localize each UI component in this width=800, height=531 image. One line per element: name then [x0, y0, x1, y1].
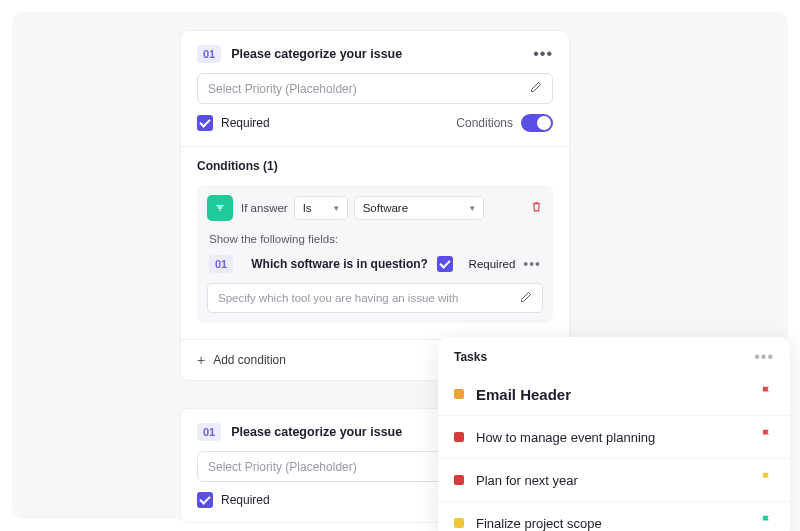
status-dot [454, 389, 464, 399]
status-dot [454, 432, 464, 442]
form-field-card: 01 Please categorize your issue ••• Sele… [180, 30, 570, 381]
status-dot [454, 475, 464, 485]
sub-field-input[interactable]: Specify which tool you are having an iss… [207, 283, 543, 313]
conditions-toggle[interactable] [521, 114, 553, 132]
more-icon[interactable]: ••• [754, 349, 774, 365]
required-row: Required Conditions [181, 114, 569, 146]
tasks-panel: Tasks ••• Email HeaderHow to manage even… [438, 337, 790, 531]
task-row[interactable]: Plan for next year [438, 458, 790, 501]
condition-rule: If answer Is ▾ Software ▾ [207, 195, 543, 221]
tasks-list: Email HeaderHow to manage event planning… [438, 373, 790, 531]
sub-field-placeholder: Specify which tool you are having an iss… [218, 292, 458, 304]
conditions-title: Conditions (1) [197, 159, 553, 173]
edit-icon[interactable] [520, 291, 532, 305]
task-row[interactable]: Email Header [438, 373, 790, 415]
chevron-down-icon: ▾ [470, 203, 475, 213]
add-condition-label: Add condition [213, 353, 286, 367]
if-answer-label: If answer [241, 202, 288, 214]
sub-required-label: Required [469, 258, 516, 270]
operator-value: Is [303, 202, 312, 214]
sub-field-title: Which software is in question? [251, 257, 428, 271]
task-row[interactable]: Finalize project scope [438, 501, 790, 531]
plus-icon: + [197, 352, 205, 368]
task-label: Email Header [476, 386, 760, 403]
required-label: Required [221, 493, 270, 507]
condition-block: If answer Is ▾ Software ▾ Show the follo… [197, 185, 553, 323]
priority-select[interactable]: Select Priority (Placeholder) [197, 73, 553, 104]
field-number-badge: 01 [197, 423, 221, 441]
value-text: Software [363, 202, 408, 214]
delete-icon[interactable] [530, 200, 543, 216]
flag-icon[interactable] [760, 471, 774, 489]
required-checkbox[interactable] [197, 492, 213, 508]
value-select[interactable]: Software ▾ [354, 196, 484, 220]
status-dot [454, 518, 464, 528]
card-header: 01 Please categorize your issue ••• [181, 31, 569, 73]
sub-required-checkbox[interactable] [437, 256, 453, 272]
task-label: Plan for next year [476, 473, 760, 488]
tasks-header: Tasks ••• [438, 349, 790, 373]
flag-icon[interactable] [760, 514, 774, 531]
more-icon[interactable]: ••• [523, 256, 541, 272]
task-label: Finalize project scope [476, 516, 760, 531]
priority-placeholder: Select Priority (Placeholder) [208, 82, 357, 96]
task-row[interactable]: How to manage event planning [438, 415, 790, 458]
edit-icon[interactable] [530, 81, 542, 96]
sub-field-header: 01 Which software is in question? Requir… [207, 253, 543, 275]
sub-field-number: 01 [209, 255, 233, 273]
conditions-label: Conditions [456, 116, 513, 130]
required-label: Required [221, 116, 270, 130]
show-fields-label: Show the following fields: [209, 233, 541, 245]
flag-icon[interactable] [760, 385, 774, 403]
task-label: How to manage event planning [476, 430, 760, 445]
field-number-badge: 01 [197, 45, 221, 63]
required-checkbox[interactable] [197, 115, 213, 131]
field-title: Please categorize your issue [231, 47, 533, 61]
priority-placeholder: Select Priority (Placeholder) [208, 460, 357, 474]
conditions-section: Conditions (1) If answer Is ▾ Software ▾ [181, 146, 569, 331]
more-icon[interactable]: ••• [533, 46, 553, 62]
filter-icon [207, 195, 233, 221]
chevron-down-icon: ▾ [334, 203, 339, 213]
tasks-title: Tasks [454, 350, 754, 364]
flag-icon[interactable] [760, 428, 774, 446]
operator-select[interactable]: Is ▾ [294, 196, 348, 220]
